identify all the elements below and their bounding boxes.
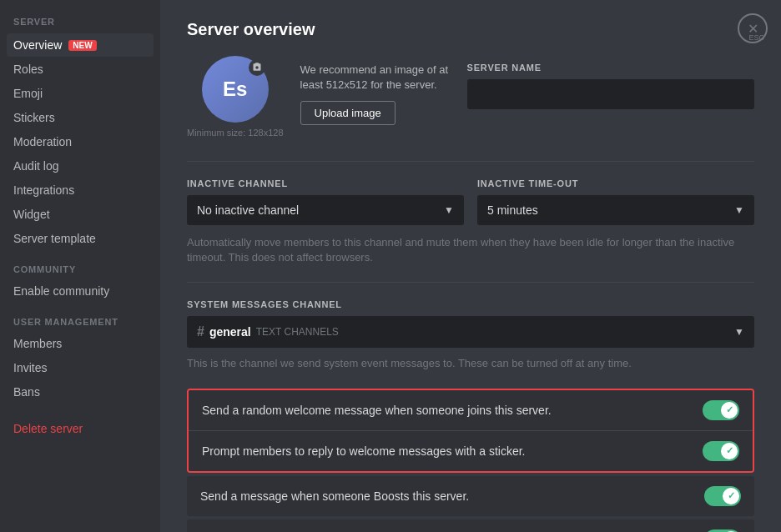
chevron-down-icon: ▼ bbox=[734, 326, 744, 338]
system-messages-label: SYSTEM MESSAGES CHANNEL bbox=[187, 299, 754, 309]
sidebar-community-label: COMMUNITY bbox=[7, 251, 154, 279]
esc-label: ESC bbox=[748, 33, 764, 42]
system-channel-wrapper: # general TEXT CHANNELS ▼ bbox=[187, 316, 754, 348]
sidebar-item-stickers[interactable]: Stickers bbox=[7, 106, 154, 129]
toggle-knob: ✓ bbox=[721, 443, 738, 459]
sidebar-item-audit-log[interactable]: Audit log bbox=[7, 154, 154, 178]
upload-rec-text: We recommend an image of at least 512x51… bbox=[300, 63, 451, 93]
sidebar-item-label: Invites bbox=[13, 361, 47, 374]
sidebar-item-roles[interactable]: Roles bbox=[7, 58, 154, 81]
highlighted-toggles-group: Send a random welcome message when someo… bbox=[187, 389, 754, 473]
sidebar-item-server-template[interactable]: Server template bbox=[7, 227, 154, 250]
camera-icon bbox=[252, 63, 262, 73]
check-icon: ✓ bbox=[726, 404, 733, 415]
sidebar-item-invites[interactable]: Invites bbox=[7, 356, 154, 379]
inactive-channel-select-wrapper: No inactive channel ▼ bbox=[187, 195, 464, 225]
sidebar-item-emoji[interactable]: Emoji bbox=[7, 82, 154, 105]
upload-info: We recommend an image of at least 512x51… bbox=[300, 56, 451, 125]
toggle-boost-msg-label: Send a message when someone Boosts this … bbox=[200, 489, 469, 503]
inactive-timeout-field: INACTIVE TIME-OUT 5 minutes ▼ bbox=[477, 178, 754, 225]
system-channel-select[interactable]: # general TEXT CHANNELS ▼ bbox=[187, 316, 754, 348]
sidebar-item-widget[interactable]: Widget bbox=[7, 203, 154, 226]
toggle-sticker-reply: Prompt members to reply to welcome messa… bbox=[189, 431, 753, 471]
sidebar-item-moderation[interactable]: Moderation bbox=[7, 130, 154, 153]
top-section: Es Minimum size: 128x128 We recommend an… bbox=[187, 56, 754, 138]
server-name-label: SERVER NAME bbox=[467, 63, 754, 73]
sidebar-item-label: Enable community bbox=[13, 284, 109, 298]
sidebar-item-bans[interactable]: Bans bbox=[7, 380, 154, 404]
toggle-welcome-msg-label: Send a random welcome message when someo… bbox=[202, 404, 552, 417]
sidebar-item-label: Audit log bbox=[13, 159, 58, 173]
sidebar-item-enable-community[interactable]: Enable community bbox=[7, 279, 154, 303]
toggle-knob: ✓ bbox=[721, 402, 738, 419]
channel-hash-icon: # bbox=[197, 324, 204, 339]
toggle-welcome-msg-switch[interactable]: ✓ bbox=[703, 400, 739, 420]
toggle-boost-msg: Send a message when someone Boosts this … bbox=[187, 476, 754, 516]
page-title: Server overview bbox=[187, 20, 754, 39]
sidebar-item-delete-server[interactable]: Delete server bbox=[7, 417, 154, 440]
upload-image-button[interactable]: Upload image bbox=[300, 101, 396, 125]
sidebar-item-label: Members bbox=[13, 337, 62, 350]
main-content: ✕ ESC Server overview Es Minimum size: 1… bbox=[160, 0, 781, 532]
sidebar-item-overview[interactable]: Overview NEW bbox=[7, 33, 154, 57]
toggle-section: Send a random welcome message when someo… bbox=[187, 389, 754, 532]
sidebar-item-label: Emoji bbox=[13, 87, 43, 100]
divider-2 bbox=[187, 282, 754, 283]
toggle-boost-msg-switch[interactable]: ✓ bbox=[704, 486, 741, 506]
channel-type-label: TEXT CHANNELS bbox=[256, 326, 339, 338]
sidebar-user-management-label: USER MANAGEMENT bbox=[7, 304, 154, 332]
server-name-section: SERVER NAME bbox=[467, 56, 754, 109]
check-icon: ✓ bbox=[728, 490, 735, 501]
sidebar-item-label: Widget bbox=[13, 208, 50, 221]
toggle-sticker-reply-switch[interactable]: ✓ bbox=[703, 441, 739, 461]
inactive-helper-text: Automatically move members to this chann… bbox=[187, 235, 754, 265]
avatar-upload-icon[interactable] bbox=[249, 59, 265, 76]
toggle-tips-msg: Send helpful tips for server setup. ✓ bbox=[187, 519, 754, 532]
inactive-timeout-select[interactable]: 5 minutes bbox=[477, 195, 754, 225]
sidebar-item-label: Overview bbox=[13, 38, 62, 52]
toggle-sticker-reply-label: Prompt members to reply to welcome messa… bbox=[202, 444, 525, 458]
inactive-settings: INACTIVE CHANNEL No inactive channel ▼ I… bbox=[187, 178, 754, 225]
sidebar-item-members[interactable]: Members bbox=[7, 332, 154, 355]
sidebar-item-label: Stickers bbox=[13, 111, 55, 124]
avatar[interactable]: Es bbox=[202, 56, 269, 123]
check-icon: ✓ bbox=[726, 445, 733, 456]
inactive-channel-label: INACTIVE CHANNEL bbox=[187, 178, 464, 188]
sidebar-item-integrations[interactable]: Integrations bbox=[7, 178, 154, 202]
sidebar-item-label: Bans bbox=[13, 385, 40, 399]
toggle-knob: ✓ bbox=[723, 488, 739, 504]
avatar-min-size-label: Minimum size: 128x128 bbox=[187, 128, 284, 138]
inactive-channel-field: INACTIVE CHANNEL No inactive channel ▼ bbox=[187, 178, 464, 225]
avatar-initials: Es bbox=[223, 78, 247, 101]
inactive-channel-select[interactable]: No inactive channel bbox=[187, 195, 464, 225]
divider-1 bbox=[187, 161, 754, 162]
sidebar-item-label: Roles bbox=[13, 63, 43, 76]
channel-name: general bbox=[209, 325, 251, 339]
inactive-timeout-select-wrapper: 5 minutes ▼ bbox=[477, 195, 754, 225]
sidebar-item-label: Moderation bbox=[13, 135, 72, 148]
sidebar: SERVER Overview NEW Roles Emoji Stickers… bbox=[0, 0, 160, 532]
avatar-wrapper: Es Minimum size: 128x128 bbox=[187, 56, 284, 138]
sidebar-item-label: Server template bbox=[13, 232, 96, 245]
sidebar-item-label: Integrations bbox=[13, 183, 74, 197]
system-helper-text: This is the channel we send system event… bbox=[187, 356, 754, 371]
toggle-welcome-msg: Send a random welcome message when someo… bbox=[189, 390, 753, 431]
new-badge: NEW bbox=[68, 40, 96, 51]
toggle-tips-msg-switch[interactable]: ✓ bbox=[704, 529, 741, 532]
sidebar-server-label: SERVER bbox=[7, 13, 154, 33]
sidebar-item-label: Delete server bbox=[13, 422, 83, 435]
server-name-input[interactable] bbox=[467, 79, 754, 109]
inactive-timeout-label: INACTIVE TIME-OUT bbox=[477, 178, 754, 188]
